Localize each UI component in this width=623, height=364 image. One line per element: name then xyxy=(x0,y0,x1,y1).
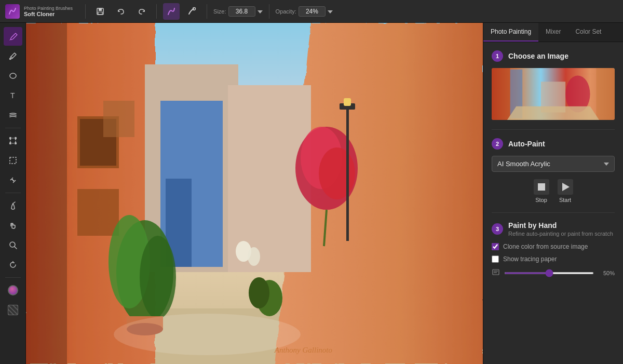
stop-label: Stop xyxy=(535,197,547,203)
image-thumbnail[interactable] xyxy=(492,68,615,120)
section1-num: 1 xyxy=(492,50,503,62)
size-dropdown-icon[interactable] xyxy=(258,9,263,14)
svg-point-7 xyxy=(10,73,16,78)
tool-eyedropper[interactable] xyxy=(4,47,22,65)
divider-1 xyxy=(492,129,615,130)
toolbar-separator-2 xyxy=(156,4,157,19)
tool-brush[interactable] xyxy=(4,27,22,46)
size-control: Size: xyxy=(213,6,262,17)
tool-smudge[interactable] xyxy=(4,106,22,125)
tracing-paper-label[interactable]: Show tracing paper xyxy=(503,255,557,263)
size-label: Size: xyxy=(213,8,226,15)
svg-line-16 xyxy=(15,247,17,249)
panel-tabs: Photo Painting Mixer Color Set xyxy=(483,23,623,42)
section3-header: 3 Paint by Hand Refine auto-painting or … xyxy=(492,221,615,237)
tool-zoom[interactable] xyxy=(4,236,22,254)
autopaint-controls: Stop Start xyxy=(492,179,615,203)
panel-content: 1 Choose an Image xyxy=(483,42,623,364)
svg-marker-5 xyxy=(328,10,333,14)
opacity-dropdown-icon[interactable] xyxy=(328,9,333,14)
svg-marker-4 xyxy=(258,10,263,14)
tracing-pct: 50% xyxy=(598,270,615,276)
app-icon xyxy=(5,4,20,19)
section2-title: Auto-Paint xyxy=(508,140,545,148)
section1-header: 1 Choose an Image xyxy=(492,50,615,62)
start-button[interactable]: Start xyxy=(558,179,573,203)
tab-color-set[interactable]: Color Set xyxy=(568,23,608,42)
thumbnail-image xyxy=(492,68,615,120)
main-area: T xyxy=(0,23,623,364)
toolbar-separator xyxy=(85,4,86,19)
section3-num: 3 xyxy=(492,223,503,235)
tool-separator-1 xyxy=(5,128,21,128)
svg-text:T: T xyxy=(10,91,15,100)
tool-warp[interactable] xyxy=(4,171,22,190)
opacity-control: Opacity: xyxy=(276,6,333,17)
svg-marker-56 xyxy=(504,106,603,120)
stop-shape xyxy=(538,183,545,191)
start-icon xyxy=(558,179,573,195)
save-button[interactable] xyxy=(92,3,109,20)
svg-rect-55 xyxy=(596,68,615,120)
title-text: Photo Painting Brushes Soft Cloner xyxy=(24,6,73,17)
undo-button[interactable] xyxy=(113,3,129,20)
tracing-slider-row: 50% xyxy=(492,268,615,278)
tool-text[interactable]: T xyxy=(4,86,22,105)
tracing-slider-input[interactable] xyxy=(504,272,594,274)
tracing-paper-row: Show tracing paper xyxy=(492,255,615,263)
stop-button[interactable]: Stop xyxy=(534,179,549,203)
app-subtitle: Photo Painting Brushes xyxy=(24,6,73,11)
clone-color-row: Clone color from source image xyxy=(492,243,615,250)
svg-point-13 xyxy=(15,143,16,144)
autopaint-style-select[interactable]: AI Smooth Acrylic AI Oil Paint AI Waterc… xyxy=(492,156,615,172)
svg-rect-1 xyxy=(99,8,102,11)
svg-point-11 xyxy=(15,138,16,139)
section2-header: 2 Auto-Paint xyxy=(492,138,615,150)
stop-icon xyxy=(534,179,549,195)
tab-mixer[interactable]: Mixer xyxy=(538,23,568,42)
tracing-icon xyxy=(492,268,500,278)
svg-point-12 xyxy=(9,143,11,144)
app-title: Soft Cloner xyxy=(24,11,73,17)
tab-photo-painting[interactable]: Photo Painting xyxy=(483,23,538,42)
tool-separator-2 xyxy=(5,193,21,193)
svg-point-6 xyxy=(9,59,10,60)
foreground-color[interactable] xyxy=(4,281,22,300)
svg-rect-14 xyxy=(10,157,16,164)
clone-color-checkbox[interactable] xyxy=(492,243,499,250)
svg-rect-57 xyxy=(493,269,499,275)
right-panel: Photo Painting Mixer Color Set 1 Choose … xyxy=(483,23,623,364)
start-label: Start xyxy=(559,197,571,203)
tracing-paper-checkbox[interactable] xyxy=(492,255,499,263)
tool-paint-bucket[interactable] xyxy=(4,196,22,215)
toolbar-separator-3 xyxy=(207,4,207,19)
tool-selection[interactable] xyxy=(4,151,22,170)
brush-type-button[interactable] xyxy=(184,3,200,20)
tool-eraser[interactable] xyxy=(4,66,22,85)
svg-rect-54 xyxy=(492,68,510,120)
clone-color-label[interactable]: Clone color from source image xyxy=(503,243,588,250)
svg-point-10 xyxy=(9,138,11,139)
opacity-input[interactable] xyxy=(299,6,326,17)
section2-num: 2 xyxy=(492,138,503,150)
canvas-area[interactable]: Anthony Gallinoto xyxy=(26,23,483,364)
svg-rect-49 xyxy=(26,23,483,364)
divider-2 xyxy=(492,212,615,213)
toolbar-separator-4 xyxy=(269,4,269,19)
brush-style-button[interactable] xyxy=(163,3,180,20)
pattern-selector[interactable] xyxy=(4,301,22,319)
play-shape xyxy=(562,183,570,191)
tool-separator-3 xyxy=(5,277,21,278)
section3-title: Paint by Hand xyxy=(508,221,613,230)
opacity-label: Opacity: xyxy=(276,8,296,15)
section1-title: Choose an Image xyxy=(508,52,568,60)
tool-transform[interactable] xyxy=(4,131,22,150)
tool-rotate[interactable] xyxy=(4,255,22,274)
toolbox: T xyxy=(0,23,26,364)
titlebar: Photo Painting Brushes Soft Cloner xyxy=(0,0,623,23)
redo-button[interactable] xyxy=(133,3,150,20)
tool-hand[interactable] xyxy=(4,216,22,235)
size-input[interactable] xyxy=(228,6,255,17)
section3-subtitle: Refine auto-painting or paint from scrat… xyxy=(508,231,613,237)
painting-canvas xyxy=(26,23,483,364)
